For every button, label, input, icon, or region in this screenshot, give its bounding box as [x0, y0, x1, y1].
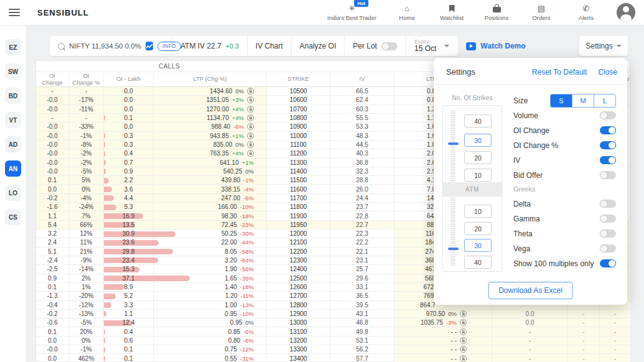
toggle-delta[interactable]	[600, 200, 616, 208]
strikes-chip-above-40[interactable]: 40	[464, 114, 492, 128]
call-ltp-cell[interactable]: 540.250%	[154, 167, 267, 175]
strike-cell[interactable]: 10900	[267, 123, 330, 131]
call-ltp-cell[interactable]: 0.85-6%	[154, 327, 267, 335]
toggle-show-100-multiples-only[interactable]	[600, 259, 616, 267]
strike-cell[interactable]: 12000	[267, 230, 330, 238]
nav-item-india-s-best-trader[interactable]: ✳India's Best TraderHot	[327, 4, 376, 21]
call-oi-change-cell[interactable]: 0.0	[36, 336, 69, 345]
call-oi-change-cell[interactable]: -0.0	[36, 105, 69, 113]
call-ltp-cell[interactable]: 3.20-64%	[154, 256, 267, 264]
call-oi-change-cell[interactable]: -0.0	[36, 167, 69, 175]
iv-cell[interactable]: 39.5	[330, 301, 394, 309]
strike-cell[interactable]: 12600	[267, 283, 330, 291]
call-oi-change-pct-cell[interactable]: 462%	[69, 354, 104, 362]
put-oi-change-pct-cell[interactable]: -	[568, 336, 600, 345]
call-oi-change-cell[interactable]: -0.0	[36, 345, 69, 353]
call-ltp-cell[interactable]: 166.00-10%	[154, 203, 267, 211]
strikes-slider-handle-top[interactable]	[448, 142, 459, 145]
call-ltp-cell[interactable]: 1.40-18%	[154, 283, 267, 291]
reset-to-default-button[interactable]: Reset To Default	[532, 68, 587, 77]
strike-cell[interactable]: 10600	[267, 96, 330, 104]
strike-cell[interactable]: 13300	[267, 345, 330, 353]
nav-item-alerts[interactable]: ✆Alerts	[572, 4, 600, 21]
call-oi-lakh-cell[interactable]: 0.0	[104, 96, 154, 104]
iv-cell[interactable]: 48.3	[330, 132, 394, 140]
per-lot-toggle[interactable]	[381, 42, 398, 50]
iv-cell[interactable]: 22.1	[330, 248, 394, 256]
call-ltp-cell[interactable]: 0.75-12%	[154, 345, 267, 353]
call-ltp-cell[interactable]: 1.00-13%	[154, 301, 267, 309]
iv-cell[interactable]: 66.5	[330, 87, 394, 95]
call-oi-change-cell[interactable]: -	[36, 114, 69, 122]
call-oi-change-cell[interactable]: -1.6	[36, 203, 69, 211]
call-oi-lakh-cell[interactable]: 23.6	[104, 238, 154, 246]
put-ltp-cell[interactable]: - -	[394, 354, 492, 362]
toggle-theta[interactable]	[600, 230, 616, 238]
strike-cell[interactable]: 12500	[267, 274, 330, 282]
call-oi-change-cell[interactable]: -0.6	[36, 318, 69, 327]
hamburger-menu-icon[interactable]	[9, 9, 20, 16]
iv-cell[interactable]: 22.3	[330, 230, 394, 238]
nav-item-orders[interactable]: ▤Orders	[527, 4, 556, 21]
call-ltp-cell[interactable]: 0.95-10%	[154, 310, 267, 318]
call-oi-lakh-cell[interactable]: 3.3	[104, 301, 154, 309]
strike-cell[interactable]: 11900	[267, 211, 330, 220]
call-oi-lakh-cell[interactable]: 13.5	[104, 221, 154, 229]
call-oi-change-cell[interactable]: 0.1	[36, 176, 69, 184]
put-ltp-cell[interactable]: - -	[394, 345, 492, 353]
strikes-chip-below-10[interactable]: 10	[464, 205, 492, 218]
strike-cell[interactable]: 12700	[267, 292, 330, 300]
sidebar-item-sw[interactable]: SW	[5, 63, 21, 80]
iv-cell[interactable]: 53.3	[330, 123, 394, 131]
iv-cell[interactable]: 44.5	[330, 141, 394, 149]
call-oi-change-pct-cell[interactable]: -1%	[69, 132, 104, 140]
call-ltp-cell[interactable]: 641.10+1%	[154, 159, 267, 167]
call-ltp-cell[interactable]: 0.55-31%	[154, 354, 267, 362]
call-oi-change-pct-cell[interactable]: -24%	[69, 203, 104, 211]
call-oi-change-pct-cell[interactable]: -13%	[69, 310, 104, 318]
chart-icon[interactable]	[146, 42, 153, 50]
nav-item-home[interactable]: ⌂Home	[393, 4, 421, 21]
call-oi-change-cell[interactable]: -0.0	[36, 96, 69, 104]
call-oi-change-cell[interactable]: 0.1	[36, 327, 69, 335]
call-oi-lakh-cell[interactable]: 5.3	[104, 203, 154, 211]
call-oi-lakh-cell[interactable]: 4.4	[104, 194, 154, 202]
iv-cell[interactable]: 57.7	[330, 354, 394, 362]
put-oi-lakh-cell[interactable]: -	[492, 354, 568, 362]
call-oi-change-pct-cell[interactable]: 5%	[69, 176, 104, 184]
put-oi-lakh-cell[interactable]: 0.0	[492, 310, 568, 318]
put-oi-lakh-cell[interactable]: 0.0	[492, 318, 568, 327]
iv-cell[interactable]: 32.3	[330, 167, 394, 175]
put-ltp-cell[interactable]: 1035.75-3%	[394, 318, 492, 327]
call-oi-lakh-cell[interactable]: 0.0	[104, 123, 154, 131]
call-ltp-cell[interactable]: 98.30-18%	[154, 211, 267, 220]
toggle-bid-offer[interactable]	[600, 171, 616, 179]
iv-cell[interactable]: 22.8	[330, 211, 394, 220]
iv-chart-button[interactable]: IV Chart	[248, 36, 292, 56]
call-oi-lakh-cell[interactable]: 30.9	[104, 230, 154, 238]
iv-cell[interactable]: 26.0	[330, 185, 394, 193]
call-ltp-cell[interactable]: 988.40-6%	[154, 123, 267, 131]
call-ltp-cell[interactable]: 0.950%	[154, 318, 267, 327]
iv-cell[interactable]: 55.5	[330, 114, 394, 122]
put-oi-change-cell[interactable]: -	[600, 345, 630, 353]
put-oi-change-cell[interactable]: -	[600, 310, 630, 318]
call-oi-change-cell[interactable]: 5.4	[36, 221, 69, 229]
call-oi-change-pct-cell[interactable]: -8%	[69, 141, 104, 149]
call-oi-change-pct-cell[interactable]: -	[69, 87, 104, 95]
call-oi-change-pct-cell[interactable]: -5%	[69, 167, 104, 175]
call-oi-lakh-cell[interactable]: 0.3	[104, 141, 154, 149]
avatar[interactable]	[617, 3, 635, 22]
put-oi-change-pct-cell[interactable]: -	[568, 310, 600, 318]
call-ltp-cell[interactable]: 22.00-44%	[154, 238, 267, 246]
call-ltp-cell[interactable]: 72.45-23%	[154, 221, 267, 229]
call-oi-change-pct-cell[interactable]: -2%	[69, 149, 104, 157]
toggle-iv[interactable]	[600, 156, 616, 164]
strike-cell[interactable]: 11500	[267, 176, 330, 184]
call-oi-lakh-cell[interactable]: 0.4	[104, 149, 154, 157]
iv-cell[interactable]: 25.7	[330, 265, 394, 273]
strike-cell[interactable]: 11300	[267, 159, 330, 167]
call-oi-lakh-cell[interactable]: 5.2	[104, 292, 154, 300]
call-oi-change-pct-cell[interactable]: 12%	[69, 230, 104, 238]
strike-cell[interactable]: 12900	[267, 310, 330, 318]
